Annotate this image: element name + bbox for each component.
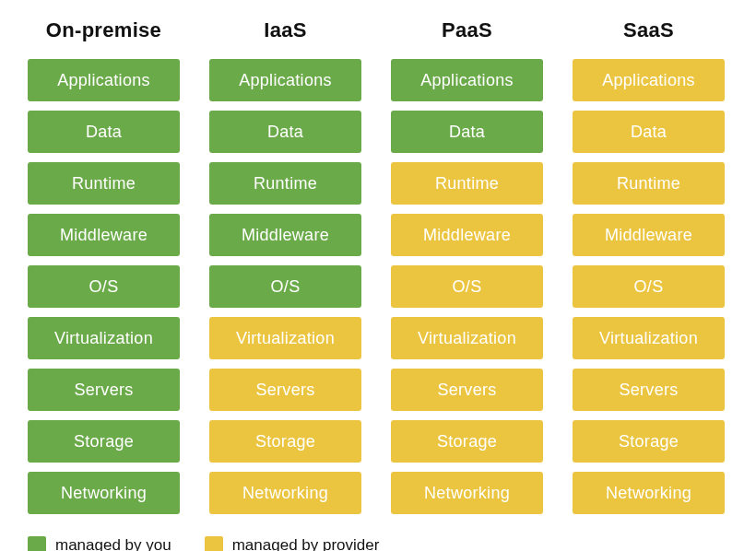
cell-servers: Servers [391, 369, 543, 411]
cell-virtualization: Virtualization [28, 317, 180, 359]
cell-os: O/S [209, 265, 361, 308]
cell-servers: Servers [28, 369, 180, 411]
cell-storage: Storage [209, 420, 361, 463]
cell-virtualization: Virtualization [573, 317, 725, 359]
swatch-you-icon [28, 536, 46, 551]
column-title: On-premise [28, 18, 180, 42]
cell-servers: Servers [573, 369, 725, 411]
cell-os: O/S [391, 265, 543, 308]
cell-runtime: Runtime [28, 162, 180, 205]
cell-data: Data [209, 111, 361, 153]
cell-applications: Applications [209, 59, 361, 101]
legend-label-provider: managed by provider [232, 536, 380, 551]
cell-storage: Storage [391, 420, 543, 463]
cell-storage: Storage [28, 420, 180, 463]
cell-middleware: Middleware [28, 214, 180, 256]
cell-networking: Networking [391, 472, 543, 514]
cell-data: Data [28, 111, 180, 153]
cell-runtime: Runtime [573, 162, 725, 205]
cell-applications: Applications [28, 59, 180, 101]
column-on-premise: On-premise Applications Data Runtime Mid… [28, 18, 180, 514]
column-saas: SaaS Applications Data Runtime Middlewar… [573, 18, 725, 514]
column-title: IaaS [209, 18, 361, 42]
cell-data: Data [573, 111, 725, 153]
column-title: SaaS [573, 18, 725, 42]
service-model-grid: On-premise Applications Data Runtime Mid… [28, 18, 728, 514]
column-paas: PaaS Applications Data Runtime Middlewar… [391, 18, 543, 514]
legend-label-you: managed by you [55, 536, 171, 551]
cell-virtualization: Virtualization [209, 317, 361, 359]
column-iaas: IaaS Applications Data Runtime Middlewar… [209, 18, 361, 514]
cell-os: O/S [28, 265, 180, 308]
cell-networking: Networking [209, 472, 361, 514]
cell-applications: Applications [391, 59, 543, 101]
cell-middleware: Middleware [573, 214, 725, 256]
legend-item-provider: managed by provider [205, 536, 380, 551]
cell-servers: Servers [209, 369, 361, 411]
cell-networking: Networking [573, 472, 725, 514]
cell-virtualization: Virtualization [391, 317, 543, 359]
cell-middleware: Middleware [209, 214, 361, 256]
cell-data: Data [391, 111, 543, 153]
cell-middleware: Middleware [391, 214, 543, 256]
cell-runtime: Runtime [209, 162, 361, 205]
cell-runtime: Runtime [391, 162, 543, 205]
column-title: PaaS [391, 18, 543, 42]
cell-os: O/S [573, 265, 725, 308]
cell-applications: Applications [573, 59, 725, 101]
swatch-provider-icon [205, 536, 223, 551]
legend-item-you: managed by you [28, 536, 171, 551]
legend: managed by you managed by provider [28, 536, 728, 551]
cell-storage: Storage [573, 420, 725, 463]
cell-networking: Networking [28, 472, 180, 514]
